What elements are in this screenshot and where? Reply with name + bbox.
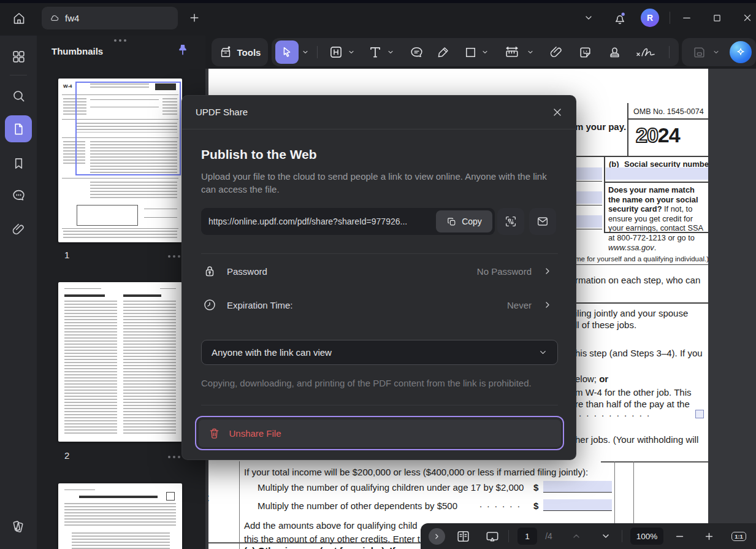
attach-tool-button[interactable] — [545, 40, 567, 64]
thumbnail-menu-icon[interactable] — [173, 456, 175, 458]
home-icon — [12, 11, 26, 26]
sidebar-item-thumbnails[interactable] — [5, 115, 32, 142]
text-tool-dropdown[interactable] — [386, 40, 395, 64]
form-field[interactable] — [575, 215, 602, 228]
expiration-value: Never — [507, 300, 532, 310]
expiration-row[interactable]: Expiration Time: Never — [182, 291, 577, 320]
share-url-field[interactable]: https://online.updf.com/pdf/share?shareI… — [201, 208, 495, 235]
permission-value: Anyone with the link can view — [212, 347, 538, 358]
email-icon — [536, 215, 549, 228]
signature-tool-button[interactable] — [632, 40, 662, 64]
sidebar-item-swatches[interactable] — [0, 513, 37, 540]
sidebar-item-search[interactable] — [0, 82, 37, 109]
thumbnail-menu-icon[interactable] — [173, 255, 175, 258]
actual-size-button[interactable]: 1:1 — [728, 523, 749, 549]
form-checkbox[interactable] — [695, 410, 704, 418]
pdf-text: . . . . . . — [479, 499, 521, 509]
minimize-button[interactable] — [679, 12, 694, 24]
save-icon — [692, 45, 707, 60]
qr-code-button[interactable] — [497, 208, 524, 235]
page-number-input[interactable]: 1 — [517, 528, 537, 545]
maximize-button[interactable] — [709, 11, 724, 25]
thumbnails-panel: Thumbnails W-4 1 — [37, 36, 205, 549]
permission-select[interactable]: Anyone with the link can view — [201, 340, 558, 365]
password-value: No Password — [477, 266, 532, 277]
zoom-level-input[interactable]: 100% — [630, 528, 663, 545]
comment-tool-button[interactable] — [405, 40, 427, 64]
sidebar-item-home-grid[interactable] — [0, 43, 37, 70]
form-field[interactable] — [606, 167, 708, 180]
cursor-tool-dropdown[interactable] — [300, 40, 310, 64]
presentation-button[interactable] — [482, 523, 503, 549]
form-field[interactable] — [575, 191, 602, 204]
ai-assistant-button[interactable] — [730, 41, 752, 63]
swatches-icon — [10, 518, 26, 534]
ai-assistant-icon — [735, 46, 747, 58]
divider — [10, 75, 27, 75]
divider — [622, 530, 622, 542]
measure-tool-button[interactable] — [500, 40, 524, 64]
page-view-button[interactable] — [452, 523, 473, 549]
pdf-text: rmation on each step, who can — [575, 275, 700, 285]
new-tab-button[interactable] — [188, 11, 201, 25]
trash-icon — [208, 427, 221, 440]
expand-toolbar-button[interactable] — [428, 523, 445, 549]
text-tool-icon — [367, 44, 383, 60]
form-field[interactable] — [543, 481, 612, 493]
notifications-button[interactable] — [612, 9, 628, 27]
viewport-indicator[interactable] — [75, 82, 181, 175]
measure-tool-dropdown[interactable] — [525, 40, 535, 64]
password-row[interactable]: Password No Password — [182, 257, 577, 286]
sticker-tool-icon — [578, 45, 593, 60]
text-tool-button[interactable] — [365, 40, 386, 64]
pdf-text: t — [208, 492, 209, 504]
previous-page-button[interactable] — [568, 523, 585, 549]
shape-tool-icon — [464, 45, 478, 60]
shape-tool-dropdown[interactable] — [480, 40, 490, 64]
form-field[interactable] — [575, 167, 602, 180]
pdf-text: Multiply the number of other dependents … — [258, 501, 457, 511]
form-field[interactable] — [543, 499, 612, 511]
avatar[interactable]: R — [641, 9, 659, 27]
document-tab[interactable]: fw4 — [42, 7, 178, 29]
thumbnail-page-3[interactable] — [58, 483, 182, 549]
dialog-title: UPDF Share — [196, 107, 248, 117]
stamp-tool-button[interactable] — [603, 40, 626, 64]
copy-label: Copy — [462, 217, 482, 226]
sidebar-item-comments[interactable] — [0, 182, 37, 209]
email-share-button[interactable] — [529, 208, 556, 235]
password-label: Password — [227, 266, 267, 277]
shape-tool-button[interactable] — [460, 40, 480, 64]
heading-tool-button[interactable] — [326, 40, 346, 64]
thumbnail-page-1[interactable]: W-4 — [58, 79, 182, 242]
tools-button[interactable]: Tools — [212, 38, 268, 66]
window-menu-button[interactable] — [581, 12, 596, 23]
bookmark-icon — [12, 156, 26, 171]
dialog-heading: Publish to the Web — [201, 147, 317, 162]
sidebar-item-attachments[interactable] — [0, 216, 37, 243]
grid-icon — [11, 49, 26, 64]
save-button[interactable] — [688, 40, 710, 64]
heading-tool-dropdown[interactable] — [346, 40, 356, 64]
copy-link-button[interactable]: Copy — [436, 210, 492, 232]
close-button[interactable] — [740, 11, 755, 25]
zoom-in-button[interactable] — [700, 523, 717, 549]
heading-tool-icon — [328, 44, 344, 60]
chevron-right-icon — [543, 266, 552, 276]
home-button[interactable] — [10, 9, 28, 28]
pin-panel-button[interactable] — [175, 43, 190, 59]
next-page-button[interactable] — [597, 523, 614, 549]
pdf-text: elow; or — [575, 374, 608, 384]
sidebar-item-bookmarks[interactable] — [0, 150, 37, 177]
zoom-out-button[interactable] — [671, 523, 688, 549]
save-dropdown[interactable] — [711, 40, 721, 64]
divider — [669, 46, 670, 58]
cursor-tool-button[interactable] — [275, 40, 299, 64]
drag-handle-icon[interactable] — [119, 39, 121, 42]
sticker-tool-button[interactable] — [573, 40, 597, 64]
unshare-file-button[interactable]: Unshare File — [199, 420, 561, 447]
dialog-close-button[interactable] — [551, 106, 563, 118]
thumbnail-page-2[interactable] — [58, 282, 182, 442]
expiration-label: Expiration Time: — [227, 300, 293, 310]
pen-tool-button[interactable] — [432, 40, 454, 64]
